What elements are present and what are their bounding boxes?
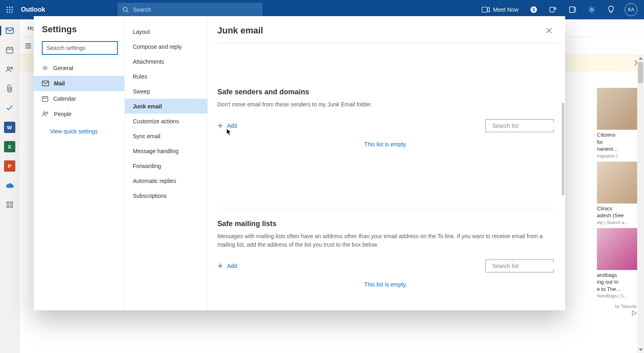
- account-avatar[interactable]: KA: [625, 3, 638, 16]
- detail-scroll: Safe senders and domains Don't move emai…: [208, 43, 565, 310]
- close-settings-button[interactable]: [543, 24, 555, 37]
- notes-button[interactable]: [564, 0, 581, 19]
- settings-title: Settings: [34, 24, 124, 41]
- safe-senders-search-input[interactable]: [492, 123, 563, 129]
- svg-point-4: [9, 9, 10, 10]
- mail-icon: [6, 27, 14, 34]
- detail-scrollbar[interactable]: [561, 67, 565, 305]
- plus-icon: [217, 123, 223, 129]
- mail-icon: [42, 81, 49, 86]
- nav1-general[interactable]: General: [34, 60, 124, 76]
- nav2-message-handling[interactable]: Message handling: [125, 143, 207, 158]
- settings-search-input[interactable]: [43, 42, 117, 54]
- settings-button[interactable]: [583, 0, 601, 19]
- hamburger-icon[interactable]: [25, 43, 31, 49]
- nav2-forwarding[interactable]: Forwarding: [125, 158, 207, 173]
- grid-icon: [6, 201, 13, 208]
- nav2-attachments[interactable]: Attachments: [125, 54, 207, 69]
- svg-point-6: [6, 11, 8, 12]
- ads-column: Citizensfornanent… migration | Clinicsad…: [597, 88, 637, 353]
- settings-modal: Settings General Mail Calendar People Vi…: [34, 16, 565, 310]
- ad-title: Citizensfornanent…: [597, 131, 637, 153]
- ad-card[interactable]: Citizensfornanent… migration |: [597, 88, 637, 162]
- rail-mail[interactable]: [3, 24, 16, 37]
- safe-lists-empty: This list is empty.: [217, 281, 554, 288]
- nav2-sweep[interactable]: Sweep: [125, 84, 207, 99]
- gear-icon: [588, 6, 595, 13]
- safe-senders-heading: Safe senders and domains: [217, 88, 554, 96]
- svg-rect-20: [6, 48, 13, 53]
- powerpoint-icon: P: [4, 160, 15, 172]
- ad-image: [597, 88, 637, 130]
- scrollbar-thumb[interactable]: [638, 62, 643, 83]
- safe-lists-search-input[interactable]: [492, 263, 563, 269]
- nav2-subscriptions[interactable]: Subscriptions: [125, 188, 207, 203]
- safe-lists-row: Add: [217, 260, 554, 272]
- word-icon: W: [4, 122, 15, 133]
- safe-senders-desc: Don't move email from these senders to m…: [217, 100, 554, 109]
- lightbulb-icon: [608, 6, 614, 14]
- app-rail: W X P: [0, 19, 19, 353]
- rail-calendar[interactable]: [3, 44, 16, 56]
- rail-todo[interactable]: [3, 102, 16, 114]
- rail-word[interactable]: W: [3, 121, 16, 134]
- ad-card[interactable]: andbagsing out Ine to The… Handbags | S…: [597, 228, 637, 302]
- nav2-automatic-replies[interactable]: Automatic replies: [125, 173, 207, 188]
- svg-point-5: [11, 9, 12, 10]
- safe-senders-section: Safe senders and domains Don't move emai…: [217, 43, 554, 147]
- close-icon: [546, 28, 552, 33]
- scrollbar-down-arrow[interactable]: [637, 346, 644, 353]
- nav2-customize-actions[interactable]: Customize actions: [125, 114, 207, 129]
- rail-files[interactable]: [3, 82, 16, 95]
- svg-rect-28: [7, 206, 9, 208]
- nav1-mail[interactable]: Mail: [34, 76, 124, 91]
- nav1-calendar[interactable]: Calendar: [34, 91, 124, 106]
- scrollbar-up-arrow[interactable]: [637, 55, 644, 62]
- rail-powerpoint[interactable]: P: [3, 160, 16, 172]
- safe-lists-add-button[interactable]: Add: [217, 263, 237, 269]
- tips-button[interactable]: [602, 0, 620, 19]
- rail-more-apps[interactable]: [3, 198, 16, 211]
- ad-subtitle: migration |: [597, 154, 637, 158]
- svg-rect-37: [42, 97, 48, 102]
- skype-icon: S: [530, 6, 537, 13]
- global-search-input[interactable]: [133, 6, 258, 13]
- svg-text:S: S: [532, 7, 535, 12]
- svg-point-35: [44, 67, 46, 69]
- detail-scrollbar-thumb[interactable]: [562, 103, 564, 195]
- ad-choices-button[interactable]: [597, 310, 637, 318]
- teams-icon: [549, 6, 557, 13]
- nav2-junk-email[interactable]: Junk email: [125, 99, 207, 114]
- svg-rect-11: [482, 7, 487, 12]
- ad-subtitle: Handbags | S…: [597, 293, 637, 298]
- nav2-layout[interactable]: Layout: [125, 24, 207, 39]
- svg-point-2: [11, 6, 12, 8]
- ad-title: Clinicsadesh (See: [597, 205, 637, 219]
- safe-lists-search[interactable]: [485, 260, 554, 272]
- adchoices-icon: [632, 310, 637, 316]
- safe-senders-search[interactable]: [485, 119, 554, 132]
- rail-onedrive[interactable]: [3, 179, 16, 192]
- global-search[interactable]: [118, 3, 262, 17]
- page-scrollbar[interactable]: [637, 55, 644, 353]
- nav2-sync-email[interactable]: Sync email: [125, 129, 207, 143]
- nav2-compose[interactable]: Compose and reply: [125, 39, 207, 54]
- settings-search-wrap[interactable]: [42, 41, 118, 55]
- svg-point-3: [6, 9, 8, 10]
- detail-title: Junk email: [217, 25, 263, 36]
- ad-card[interactable]: Clinicsadesh (See elp | Search a…: [597, 162, 637, 228]
- gear-icon: [42, 65, 48, 71]
- nav1-people[interactable]: People: [34, 106, 124, 122]
- search-icon: [122, 6, 129, 13]
- brand-label: Outlook: [21, 6, 45, 13]
- nav1-label: Calendar: [53, 96, 76, 102]
- nav2-rules[interactable]: Rules: [125, 69, 207, 84]
- meet-now-label: Meet Now: [493, 6, 518, 13]
- svg-point-1: [9, 6, 10, 8]
- rail-excel[interactable]: X: [3, 140, 16, 153]
- detail-header: Junk email: [208, 16, 565, 43]
- safe-senders-add-button[interactable]: Add: [217, 123, 237, 129]
- view-quick-settings-link[interactable]: View quick settings: [34, 122, 124, 135]
- rail-people[interactable]: [3, 63, 16, 76]
- app-launcher-button[interactable]: [3, 3, 16, 16]
